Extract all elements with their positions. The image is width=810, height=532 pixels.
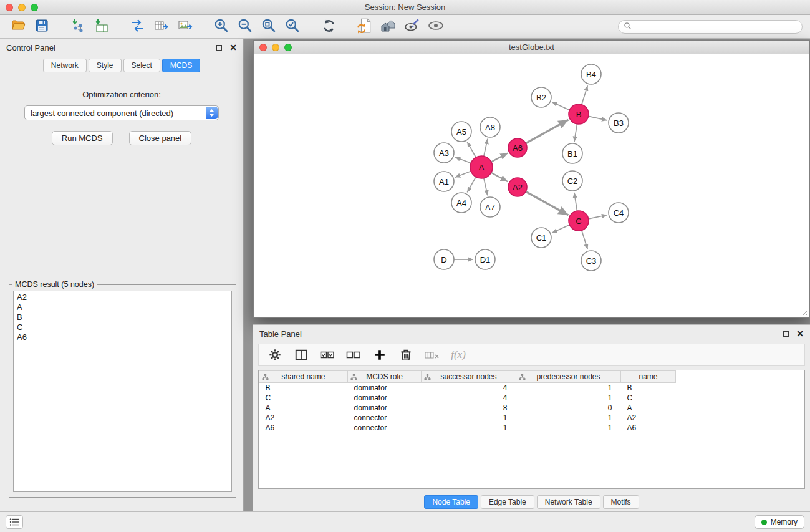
close-panel-icon[interactable]: ✕ xyxy=(229,43,237,52)
graph-node[interactable]: A xyxy=(470,156,493,178)
column-header-name[interactable]: name xyxy=(621,371,676,383)
export-table-button[interactable] xyxy=(151,17,172,36)
graph-edge[interactable] xyxy=(467,142,476,158)
open-file-button[interactable] xyxy=(7,17,29,36)
function-builder-button[interactable]: f(x) xyxy=(448,346,468,364)
show-graphics-details-button[interactable] xyxy=(425,17,446,36)
close-network-window-button[interactable] xyxy=(259,44,267,51)
reload-file-button[interactable] xyxy=(354,17,375,36)
graph-node[interactable]: B3 xyxy=(609,113,629,133)
table-row[interactable]: Cdominator41C xyxy=(259,393,805,403)
network-canvas[interactable]: B4B2BB3A5A8A6B1A3AC2A1A2A4A7C4CC1C3DD1 xyxy=(254,54,809,317)
table-row[interactable]: A2connector11A2 xyxy=(259,413,805,423)
table-row[interactable]: Bdominator41B xyxy=(259,383,805,393)
maximize-window-button[interactable] xyxy=(31,4,38,11)
column-header-mcds-role[interactable]: MCDS role xyxy=(348,371,422,383)
refresh-button[interactable] xyxy=(318,17,339,36)
save-session-button[interactable] xyxy=(31,17,52,36)
show-columns-button[interactable] xyxy=(291,346,311,364)
column-header-shared-name[interactable]: shared name xyxy=(259,371,348,383)
graph-node[interactable]: A6 xyxy=(508,138,527,157)
tab-network-table[interactable]: Network Table xyxy=(537,495,600,509)
tab-network[interactable]: Network xyxy=(43,59,87,72)
zoom-selected-button[interactable] xyxy=(282,17,303,36)
graph-node[interactable]: D1 xyxy=(475,249,495,269)
graph-node[interactable]: A1 xyxy=(434,172,454,191)
network-view-window[interactable]: testGlobe.txt B4B2BB3A5A8A6B1A3AC2A1A2A4… xyxy=(253,40,810,318)
add-row-button[interactable] xyxy=(370,346,390,364)
graph-edge[interactable] xyxy=(526,120,568,143)
tab-mcds[interactable]: MCDS xyxy=(162,59,200,72)
graph-node[interactable]: B xyxy=(569,104,589,124)
criterion-select[interactable]: largest connected component (directed) xyxy=(24,105,219,120)
float-table-panel-icon[interactable] xyxy=(783,331,789,337)
tab-edge-table[interactable]: Edge Table xyxy=(481,495,534,509)
graph-edge[interactable] xyxy=(574,193,577,211)
result-item[interactable]: C xyxy=(14,322,231,332)
graph-node[interactable]: C4 xyxy=(609,203,629,223)
search-input[interactable] xyxy=(635,22,797,31)
graph-edge[interactable] xyxy=(582,230,588,249)
table-row[interactable]: A6connector11A6 xyxy=(259,423,805,433)
memory-button[interactable]: Memory xyxy=(755,515,804,529)
resize-grip[interactable] xyxy=(801,309,809,317)
tab-select[interactable]: Select xyxy=(123,59,160,72)
graph-edge[interactable] xyxy=(491,153,508,162)
home-view-button[interactable] xyxy=(378,17,399,36)
task-history-button[interactable] xyxy=(6,515,23,529)
graph-node[interactable]: A2 xyxy=(508,178,527,196)
close-table-panel-icon[interactable]: ✕ xyxy=(796,329,804,338)
graph-node[interactable]: A8 xyxy=(480,117,500,137)
delete-row-button[interactable] xyxy=(396,346,416,364)
node-table[interactable]: shared name MCDS role successor nodes pr… xyxy=(258,370,805,489)
graph-node[interactable]: A7 xyxy=(480,197,500,217)
column-header-predecessor-nodes[interactable]: predecessor nodes xyxy=(516,371,621,383)
graph-node[interactable]: A4 xyxy=(451,193,471,213)
delete-column-button[interactable] xyxy=(422,346,442,364)
export-network-button[interactable] xyxy=(127,17,148,36)
float-panel-icon[interactable] xyxy=(216,45,222,51)
graph-edge[interactable] xyxy=(589,116,607,120)
graph-edge[interactable] xyxy=(589,215,607,219)
close-panel-button[interactable]: Close panel xyxy=(129,131,192,145)
tab-node-table[interactable]: Node Table xyxy=(424,495,478,509)
graph-edge[interactable] xyxy=(484,139,488,157)
window-titlebar[interactable]: Session: New Session xyxy=(0,0,810,15)
graph-node[interactable]: C xyxy=(569,211,589,231)
result-item[interactable]: A2 xyxy=(14,293,231,302)
deselect-all-button[interactable] xyxy=(344,346,364,364)
result-item[interactable]: A6 xyxy=(14,332,231,342)
tab-motifs[interactable]: Motifs xyxy=(603,495,639,509)
graph-edge[interactable] xyxy=(484,178,488,196)
minimize-network-window-button[interactable] xyxy=(272,44,279,51)
column-header-successor-nodes[interactable]: successor nodes xyxy=(422,371,516,383)
minimize-window-button[interactable] xyxy=(18,4,26,11)
zoom-in-button[interactable] xyxy=(211,17,232,36)
zoom-fit-button[interactable] xyxy=(258,17,279,36)
result-item[interactable]: B xyxy=(14,312,231,322)
graph-node[interactable]: C3 xyxy=(581,251,601,271)
select-all-button[interactable] xyxy=(317,346,337,364)
graph-edge[interactable] xyxy=(574,124,577,142)
close-window-button[interactable] xyxy=(6,4,13,11)
graph-node[interactable]: B1 xyxy=(562,143,582,163)
graph-edge[interactable] xyxy=(552,225,569,233)
graph-edge[interactable] xyxy=(491,173,508,182)
graph-edge[interactable] xyxy=(467,177,476,193)
graph-edge[interactable] xyxy=(582,85,588,105)
graph-node[interactable]: D xyxy=(434,249,454,269)
graph-node[interactable]: A3 xyxy=(434,143,454,163)
network-window-titlebar[interactable]: testGlobe.txt xyxy=(254,41,809,54)
table-row[interactable]: Adominator80A xyxy=(259,403,805,413)
graph-edge[interactable] xyxy=(455,171,471,177)
graph-node[interactable]: B2 xyxy=(531,87,551,107)
graph-edge[interactable] xyxy=(552,102,569,110)
import-table-button[interactable] xyxy=(91,17,112,36)
tab-style[interactable]: Style xyxy=(89,59,122,72)
mcds-result-list[interactable]: A2ABCA6 xyxy=(13,291,232,492)
graph-edge[interactable] xyxy=(455,157,471,163)
result-item[interactable]: A xyxy=(14,302,231,312)
graph-node[interactable]: C2 xyxy=(562,171,582,191)
graph-node[interactable]: B4 xyxy=(581,64,601,84)
search-field[interactable] xyxy=(618,20,803,34)
